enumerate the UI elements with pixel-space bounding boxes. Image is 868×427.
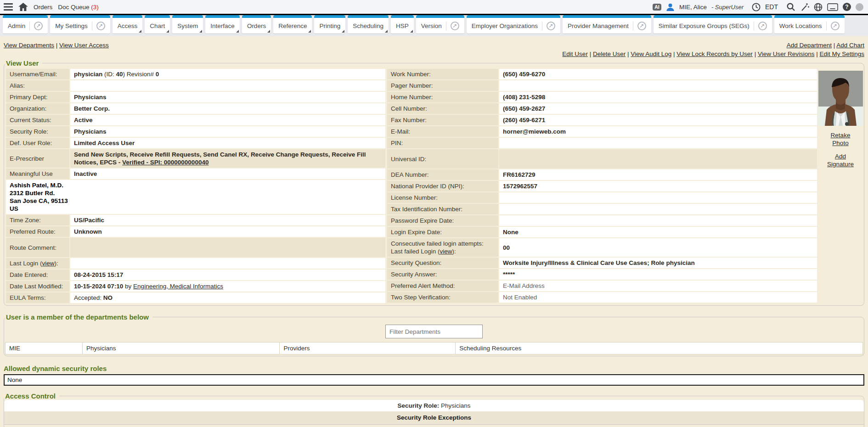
add-chart-link[interactable]: Add Chart xyxy=(836,42,864,49)
text: Cell Number: xyxy=(391,105,427,112)
add-department-link[interactable]: Add Department xyxy=(787,42,832,49)
popout-icon[interactable]: ↗ xyxy=(92,22,105,30)
view-user-revisions-link[interactable]: View User Revisions xyxy=(758,51,815,57)
view-link[interactable]: view xyxy=(42,260,55,267)
dynamic-roles-value: None xyxy=(4,374,864,386)
tab-hsp[interactable]: HSP xyxy=(391,15,414,34)
delete-user-link[interactable]: Delete User xyxy=(593,51,626,57)
view-departments-link[interactable]: View Departments xyxy=(4,42,54,49)
field-value: Active xyxy=(70,115,385,125)
nav-doc-queue[interactable]: Doc Queue (3) xyxy=(58,4,99,11)
popout-icon[interactable]: ↗ xyxy=(542,22,555,30)
view-user-panel: View User Username/Email:physician (ID: … xyxy=(4,59,864,306)
popout-icon[interactable]: ↗ xyxy=(633,22,646,30)
tab-work-locations[interactable]: Work Locations↗ xyxy=(774,15,845,34)
tab-printing[interactable]: Printing xyxy=(314,15,345,34)
tab-orders[interactable]: Orders xyxy=(242,15,271,34)
text: Time Zone: xyxy=(10,217,41,224)
table-row: Alias: xyxy=(6,80,385,91)
field-value: Not Enabled xyxy=(499,292,817,303)
field-value: ***** xyxy=(499,269,817,280)
field-label: Preferred Route: xyxy=(6,226,69,237)
popout-icon[interactable]: ↗ xyxy=(446,22,459,30)
edit-my-settings-link[interactable]: Edit My Settings xyxy=(819,51,864,57)
department-cell-mie[interactable]: MIE xyxy=(6,343,83,354)
search-icon[interactable] xyxy=(786,2,795,11)
clock-icon[interactable] xyxy=(752,3,761,11)
tab-admin[interactable]: Admin↗ xyxy=(3,15,48,34)
departments-panel: User is a member of the departments belo… xyxy=(4,313,864,356)
department-cell-physicians[interactable]: Physicians xyxy=(83,343,280,354)
field-label: Def. User Role: xyxy=(6,138,69,148)
field-label: Time Zone: xyxy=(6,215,69,225)
user-avatar-icon[interactable] xyxy=(666,3,675,11)
magic-wand-icon[interactable] xyxy=(800,2,809,11)
ai-badge[interactable]: AI xyxy=(653,4,661,11)
tab-employer-organizations[interactable]: Employer Organizations↗ xyxy=(467,15,560,34)
text: (260) 459-6271 xyxy=(503,117,545,124)
right-links-top: Add Department | Add Chart xyxy=(787,42,864,49)
department-cell-providers[interactable]: Providers xyxy=(280,343,456,354)
text: 08-24-2015 15:17 xyxy=(74,271,123,278)
table-row: Security Question:Worksite Injury/Illnes… xyxy=(387,258,817,268)
view-audit-log-link[interactable]: View Audit Log xyxy=(631,51,671,57)
field-value xyxy=(499,204,817,214)
current-user-name[interactable]: MIE, Alice xyxy=(679,4,707,11)
tab-system[interactable]: System xyxy=(172,15,203,34)
text: horner@mieweb.com xyxy=(503,128,566,135)
field-value xyxy=(70,80,385,91)
engineering-medical-informatics-link[interactable]: Engineering, Medical Informatics xyxy=(133,283,223,290)
verified-spi-0000000000040-link[interactable]: Verified - SPI: 0000000000040 xyxy=(122,159,209,166)
field-value: 10-15-2024 07:10 by Engineering, Medical… xyxy=(70,281,385,292)
field-label: Security Question: xyxy=(387,258,498,268)
tab-interface[interactable]: Interface xyxy=(205,15,240,34)
tab-access[interactable]: Access xyxy=(113,15,143,34)
text: National Provider ID (NPI): xyxy=(391,183,464,190)
text: Accepted: xyxy=(74,294,103,301)
tab-version[interactable]: Version↗ xyxy=(416,15,464,34)
edit-user-link[interactable]: Edit User xyxy=(562,51,588,57)
tab-similar-exposure-groups-segs[interactable]: Similar Exposure Groups (SEGs)↗ xyxy=(654,15,772,34)
popout-icon[interactable]: ↗ xyxy=(754,22,767,30)
table-row: Fax Number:(260) 459-6271 xyxy=(387,115,817,125)
text: E-Mail Address xyxy=(503,282,545,289)
text: 40 xyxy=(116,71,123,78)
tab-label: Version xyxy=(421,22,442,29)
view-user-access-link[interactable]: View User Access xyxy=(59,42,109,49)
text: Preferred Alert Method: xyxy=(391,282,455,289)
table-row: Route Comment: xyxy=(6,238,385,257)
home-icon[interactable] xyxy=(18,3,28,11)
tab-my-settings[interactable]: My Settings↗ xyxy=(50,15,110,34)
tab-label: Reference xyxy=(278,22,307,29)
filter-departments-input[interactable] xyxy=(385,325,483,338)
tab-reference[interactable]: Reference xyxy=(273,15,312,34)
field-value: Accepted: NO xyxy=(70,292,385,303)
department-cell-scheduling-resources[interactable]: Scheduling Resources xyxy=(456,343,863,354)
tab-scheduling[interactable]: Scheduling xyxy=(348,15,389,34)
access-control-panel: Access Control Security Role: Physicians… xyxy=(4,392,864,427)
field-label: Pager Number: xyxy=(387,80,498,91)
dynamic-roles-section: Allowed dynamic security roles None xyxy=(4,365,864,386)
retake-photo-link[interactable]: Retake Photo xyxy=(827,131,854,147)
add-signature-link[interactable]: Add Signature xyxy=(824,152,857,168)
text: Worksite Injury/Illness & Clinical Care … xyxy=(503,259,695,266)
field-label: DEA Number: xyxy=(387,169,498,180)
hamburger-menu-icon[interactable] xyxy=(4,3,13,11)
field-value: Limited Access User xyxy=(70,138,385,148)
table-row: Preferred Route:Unknown xyxy=(6,226,385,237)
globe-icon[interactable] xyxy=(814,3,823,11)
tab-chart[interactable]: Chart xyxy=(145,15,170,34)
tab-provider-management[interactable]: Provider Management↗ xyxy=(563,15,651,34)
view-lock-records-by-user-link[interactable]: View Lock Records by User xyxy=(676,51,753,57)
view-link[interactable]: view xyxy=(440,248,452,255)
keyboard-icon[interactable] xyxy=(827,3,838,11)
security-role-row: Security Role: Physicians xyxy=(4,400,864,411)
popout-icon[interactable]: ↗ xyxy=(29,22,43,30)
help-icon[interactable]: ? xyxy=(843,3,851,11)
popout-icon[interactable]: ↗ xyxy=(826,22,840,30)
field-value: Send New Scripts, Receive Refill Request… xyxy=(70,149,385,168)
text: EULA Terms: xyxy=(10,294,46,301)
security-role-exceptions-header: Security Role Exceptions xyxy=(4,411,864,425)
nav-orders[interactable]: Orders xyxy=(34,4,52,11)
field-label: Meaningful Use xyxy=(6,169,69,179)
